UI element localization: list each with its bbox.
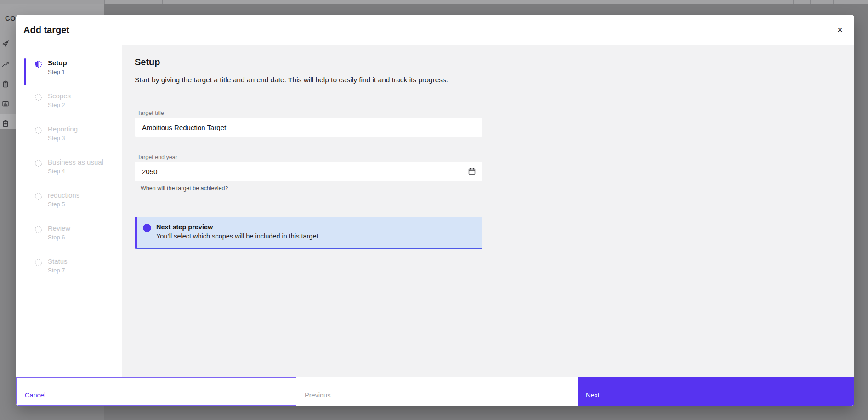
column-divider — [857, 0, 857, 4]
dialog-header: Add target ✕ — [16, 15, 854, 45]
step-nav: Setup Step 1 Scopes Step 2 Reporting — [16, 45, 122, 377]
line-chart-icon — [2, 61, 9, 68]
cancel-button[interactable]: Cancel — [16, 377, 296, 406]
calendar-icon[interactable] — [466, 165, 478, 177]
step-item-setup[interactable]: Setup Step 1 — [16, 58, 122, 85]
target-end-year-input[interactable] — [135, 162, 482, 181]
next-button[interactable]: Next — [578, 377, 854, 406]
dashed-circle-icon — [34, 159, 42, 167]
step-item-scopes[interactable]: Scopes Step 2 — [16, 91, 122, 118]
backdrop-topbar-right — [104, 0, 868, 4]
target-end-year-helper: When will the target be achievied? — [135, 185, 482, 192]
column-divider — [162, 0, 163, 4]
step-label: Review — [48, 224, 70, 233]
step-sublabel: Step 6 — [48, 234, 70, 241]
backdrop-topbar-left — [0, 0, 104, 4]
step-item-reductions[interactable]: reductions Step 5 — [16, 191, 122, 217]
add-target-dialog: Add target ✕ Setup Step 1 Sco — [16, 15, 854, 406]
step-sublabel: Step 5 — [48, 201, 79, 208]
step-label: Scopes — [48, 91, 71, 100]
step-item-status[interactable]: Status Step 7 — [16, 257, 122, 284]
column-divider — [833, 0, 834, 4]
dialog-title: Add target — [23, 25, 69, 35]
step-label: Reporting — [48, 125, 78, 133]
dashed-circle-icon — [34, 93, 42, 101]
callout-body: You’ll select which scopes will be inclu… — [156, 233, 320, 240]
clipboard-icon — [2, 80, 9, 88]
step-item-review[interactable]: Review Step 6 — [16, 224, 122, 250]
callout-title: Next step preview — [156, 223, 320, 231]
dialog-footer: Cancel Previous Next — [16, 377, 854, 406]
step-item-reporting[interactable]: Reporting Step 3 — [16, 125, 122, 151]
column-divider — [104, 0, 105, 4]
step-item-business-as-usual[interactable]: Business as usual Step 4 — [16, 158, 122, 184]
column-divider — [793, 0, 794, 4]
dashed-circle-icon — [34, 226, 42, 233]
close-icon: ✕ — [837, 26, 843, 34]
step-label: Status — [48, 257, 68, 266]
target-title-label: Target title — [135, 110, 482, 116]
step-sublabel: Step 1 — [48, 68, 67, 75]
target-title-input[interactable] — [135, 118, 482, 137]
column-divider — [810, 0, 811, 4]
step-label: Setup — [48, 58, 67, 67]
backdrop-logo: CO — [5, 14, 16, 22]
content-description: Start by giving the target a title and a… — [135, 75, 836, 84]
half-filled-circle-icon — [34, 60, 42, 68]
next-step-preview-callout: → Next step preview You’ll select which … — [135, 217, 482, 249]
clipboard-icon — [2, 120, 9, 127]
dashed-circle-icon — [34, 259, 42, 267]
content-heading: Setup — [135, 57, 836, 68]
dashed-circle-icon — [34, 193, 42, 200]
close-button[interactable]: ✕ — [833, 23, 847, 37]
step-sublabel: Step 3 — [48, 135, 78, 142]
target-end-year-label: Target end year — [135, 154, 482, 160]
previous-button[interactable]: Previous — [296, 377, 578, 406]
dashed-circle-icon — [34, 126, 42, 134]
bar-chart-icon — [2, 100, 9, 108]
step-label: reductions — [48, 191, 79, 199]
step-content: Setup Start by giving the target a title… — [122, 45, 854, 377]
arrow-right-circle-icon: → — [143, 224, 151, 232]
step-label: Business as usual — [48, 158, 103, 166]
step-sublabel: Step 7 — [48, 267, 68, 274]
step-sublabel: Step 2 — [48, 102, 71, 108]
send-icon — [2, 40, 9, 47]
step-sublabel: Step 4 — [48, 168, 103, 175]
